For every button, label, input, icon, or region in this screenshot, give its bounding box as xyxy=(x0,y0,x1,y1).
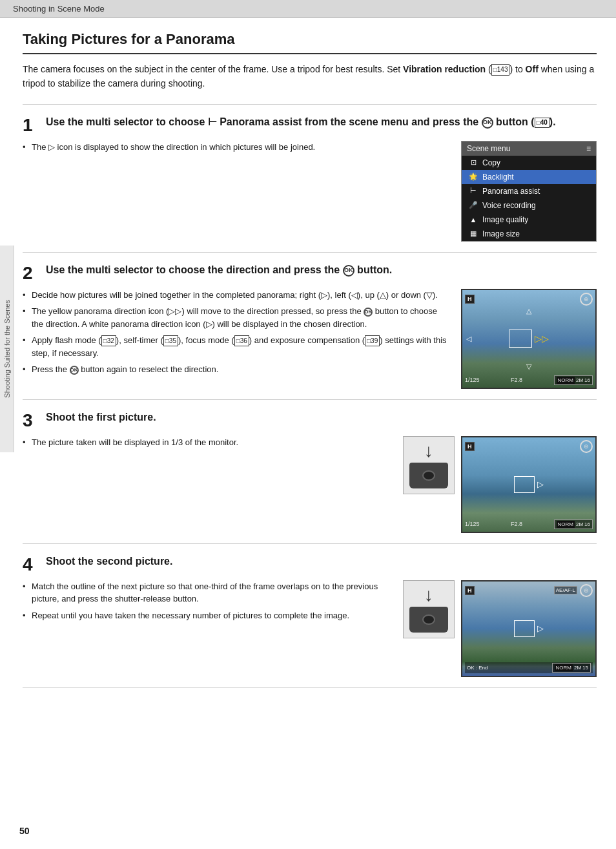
cam-bracket-2 xyxy=(509,330,532,348)
scene-menu-item-copy: ⊡ Copy xyxy=(462,156,596,170)
step-4-title: Shoot the second picture. xyxy=(46,554,597,569)
step-1-body: The ▷ icon is displayed to show the dire… xyxy=(23,141,597,242)
camera-lens-4 xyxy=(422,614,435,625)
camera-body-3 xyxy=(409,463,448,488)
cam-2x-4: 2M xyxy=(574,665,581,671)
scene-menu-panorama-label: Panorama assist xyxy=(482,187,540,196)
cam-shutter-2: 1/125 xyxy=(465,377,480,383)
step-4-section: 4 Shoot the second picture. Match the ou… xyxy=(23,544,597,688)
cam-count-3: 16 xyxy=(584,521,590,527)
scene-menu-title: Scene menu xyxy=(467,144,510,153)
ok-inline: OK xyxy=(364,308,373,317)
cam-top-bar-4: H AE/AF-L ⊕ xyxy=(465,584,593,597)
step-2-body: Decide how pictures will be joined toget… xyxy=(23,289,597,389)
step-3-bullet-1: The picture taken will be displayed in 1… xyxy=(23,436,393,449)
ok-button-icon-2: OK xyxy=(343,265,354,277)
cam-bracket-4 xyxy=(514,620,535,637)
cam-bottom-bar-2: 1/125 F2.8 NORM 2M 16 xyxy=(465,375,593,385)
main-content: Taking Pictures for a Panorama The camer… xyxy=(0,18,616,701)
intro-paragraph: The camera focuses on the subject in the… xyxy=(23,62,597,91)
step-2-bullets: Decide how pictures will be joined toget… xyxy=(23,289,451,376)
cam-aperture-3: F2.8 xyxy=(511,521,522,527)
step-2-bullet-1: Decide how pictures will be joined toget… xyxy=(23,289,451,302)
cam-aperture-2: F2.8 xyxy=(511,377,522,383)
cam-h-icon-3: H xyxy=(465,442,475,451)
intro-to: ) to xyxy=(509,64,525,74)
step-1-bullet-1: The ▷ icon is displayed to show the dire… xyxy=(23,141,451,154)
intro-bold: Vibration reduction xyxy=(403,64,486,74)
cam-white-arrow-4: ▷ xyxy=(537,624,544,633)
scene-menu-item-size: ▦ Image size xyxy=(462,227,596,241)
voice-icon: 🎤 xyxy=(468,200,478,211)
camera-lens-3 xyxy=(422,470,435,481)
step-2-number: 2 xyxy=(23,264,46,282)
cam-norm-4: NORM xyxy=(555,664,573,671)
step-2-bullet-2: The yellow panorama direction icon (▷▷) … xyxy=(23,305,451,330)
cam-ok-circle-2: ⊕ xyxy=(580,293,593,306)
step-3-images: ↓ H ⊕ ▷ 1/125 xyxy=(403,436,597,533)
step-4-body: Match the outline of the next picture so… xyxy=(23,580,597,677)
step-2-bullet-4: Press the OK button again to reselect th… xyxy=(23,363,451,376)
panorama-icon: ⊢ xyxy=(468,186,478,196)
cam-info-3: NORM 2M 16 xyxy=(554,519,593,529)
scene-menu-header: Scene menu ≡ xyxy=(462,142,596,156)
scene-menu-item-panorama: ⊢ Panorama assist xyxy=(462,184,596,198)
cam-yellow-arrows: ▷▷ xyxy=(535,333,549,344)
step-4-number: 4 xyxy=(23,556,46,574)
step-3-header: 3 Shoot the first picture. xyxy=(23,410,597,430)
step-4-images: ↓ H AE/AF-L ⊕ xyxy=(403,580,597,677)
step-4-bullet-1: Match the outline of the next picture so… xyxy=(23,580,393,605)
step-2-title: Use the multi selector to choose the dir… xyxy=(46,263,597,277)
step-4-bullets: Match the outline of the next picture so… xyxy=(23,580,393,622)
cam-end-bar-4: OK : End NORM 2M 15 xyxy=(465,662,593,673)
cam-down-arrow: ▽ xyxy=(526,362,531,371)
scene-menu-copy-label: Copy xyxy=(482,158,500,167)
ok-button-icon-1: OK xyxy=(482,117,493,129)
copy-icon: ⊡ xyxy=(468,158,478,168)
step-1-text: The ▷ icon is displayed to show the dire… xyxy=(23,141,451,158)
step-3-title: Shoot the first picture. xyxy=(46,410,597,424)
cam-top-right-4: AE/AF-L ⊕ xyxy=(554,584,593,597)
cam-h-icon-4: H xyxy=(465,586,475,595)
cam-center-3: ▷ xyxy=(514,476,544,493)
camera-body-4 xyxy=(409,607,448,633)
cam-bottom-bar-3: 1/125 F2.8 NORM 2M 16 xyxy=(465,519,593,529)
camera-body-icon-4: ↓ xyxy=(403,580,455,638)
camera-screen-3: H ⊕ ▷ 1/125 F2.8 NORM 2M 16 xyxy=(461,436,597,533)
cam-2x: 2M xyxy=(576,377,583,383)
cam-bracket-3 xyxy=(514,476,535,493)
intro-ref-num: □143 xyxy=(491,64,510,76)
scene-menu-item-quality: ▲ Image quality xyxy=(462,213,596,227)
ref-40: □40 xyxy=(535,118,549,128)
ok-inline-2: OK xyxy=(70,366,79,375)
step-4-bullet-2: Repeat until you have taken the necessar… xyxy=(23,609,393,622)
step-2-section: 2 Use the multi selector to choose the d… xyxy=(23,253,597,400)
cam-end-left: OK : End xyxy=(467,665,488,671)
step-2-header: 2 Use the multi selector to choose the d… xyxy=(23,263,597,282)
intro-off: Off xyxy=(526,64,539,74)
cam-norm-2: NORM xyxy=(557,377,575,384)
header-bar: Shooting in Scene Mode xyxy=(0,0,616,18)
cam-count-4: 15 xyxy=(582,665,588,671)
cam-count-box-4: NORM 2M 15 xyxy=(552,663,591,673)
step-3-section: 3 Shoot the first picture. The picture t… xyxy=(23,400,597,544)
cam-norm-3: NORM xyxy=(557,521,575,528)
step-4-text: Match the outline of the next picture so… xyxy=(23,580,393,626)
cam-top-bar-2: H ⊕ xyxy=(465,293,593,306)
step-2-text: Decide how pictures will be joined toget… xyxy=(23,289,451,380)
step-3-bullets: The picture taken will be displayed in 1… xyxy=(23,436,393,449)
camera-screen-4: H AE/AF-L ⊕ ▷ OK : End xyxy=(461,580,597,677)
step-4-header: 4 Shoot the second picture. xyxy=(23,554,597,574)
cam-count-2: 16 xyxy=(584,377,590,383)
cam-ae-af: AE/AF-L xyxy=(554,586,577,594)
quality-icon: ▲ xyxy=(468,215,478,225)
page-title: Taking Pictures for a Panorama xyxy=(23,31,597,54)
backlight-icon: 🌟 xyxy=(468,172,478,182)
scene-menu-voice-label: Voice recording xyxy=(482,201,536,210)
down-arrow-4: ↓ xyxy=(424,586,433,604)
cam-left-arrow: ◁ xyxy=(466,335,471,343)
header-title: Shooting in Scene Mode xyxy=(13,4,105,14)
step-2-bullet-3: Apply flash mode (□32), self-timer (□35)… xyxy=(23,334,451,359)
intro-text-start: The camera focuses on the subject in the… xyxy=(23,64,403,74)
step-1-header: 1 Use the multi selector to choose ⊢ Pan… xyxy=(23,115,597,134)
